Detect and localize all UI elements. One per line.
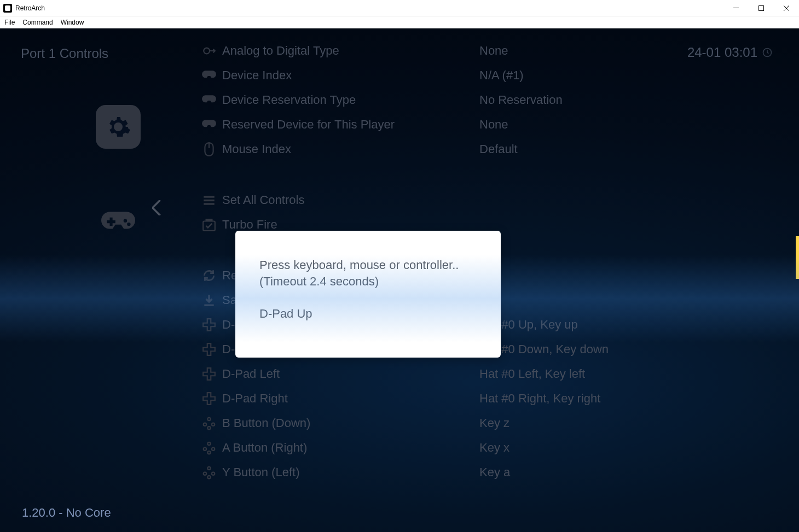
dialog-line2: (Timeout 2.4 seconds) [259, 273, 477, 290]
menu-window[interactable]: Window [61, 19, 84, 26]
scroll-indicator [796, 236, 799, 279]
dialog-target: D-Pad Up [259, 306, 477, 322]
app-icon [3, 4, 12, 13]
version-text: 1.20.0 - No Core [22, 506, 111, 520]
app-viewport: Port 1 Controls 24-01 03:01 Analog to Di… [0, 28, 799, 532]
window-titlebar: RetroArch [0, 0, 799, 16]
menu-file[interactable]: File [4, 19, 15, 26]
menu-command[interactable]: Command [22, 19, 53, 26]
window-close-button[interactable] [774, 0, 799, 16]
window-title: RetroArch [15, 4, 45, 12]
input-bind-dialog: Press keyboard, mouse or controller.. (T… [235, 231, 501, 358]
window-minimize-button[interactable] [723, 0, 749, 16]
svg-rect-0 [733, 8, 739, 8]
svg-rect-1 [759, 5, 764, 10]
dialog-line1: Press keyboard, mouse or controller.. [259, 257, 477, 273]
menubar: File Command Window [0, 16, 799, 28]
window-maximize-button[interactable] [749, 0, 774, 16]
